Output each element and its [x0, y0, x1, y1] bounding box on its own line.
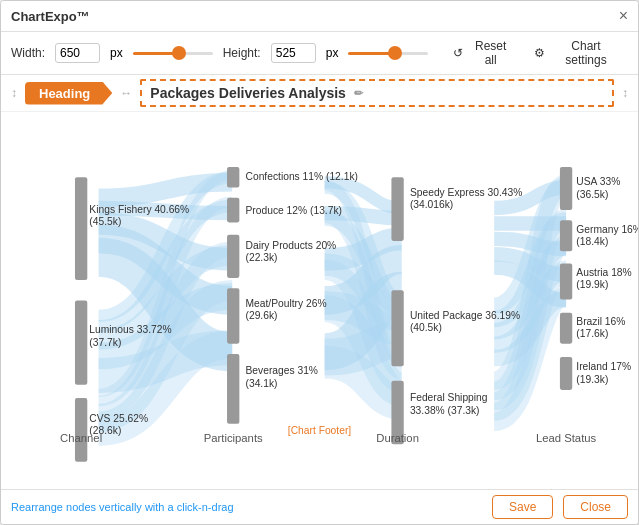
- width-label: Width:: [11, 46, 45, 60]
- node-brazil[interactable]: [560, 313, 572, 344]
- app-title: ChartExpo™: [11, 9, 90, 24]
- svg-text:Dairy Products 20%: Dairy Products 20%: [246, 240, 337, 251]
- svg-text:Channel: Channel: [60, 432, 102, 444]
- width-slider[interactable]: [133, 46, 213, 60]
- svg-text:(40.5k): (40.5k): [410, 322, 442, 333]
- arrows-left: ↕: [11, 86, 17, 100]
- main-window: ChartExpo™ × Width: px Height: px ↺ Rese…: [0, 0, 639, 525]
- svg-text:(34.1k): (34.1k): [246, 378, 278, 389]
- close-icon[interactable]: ×: [619, 7, 628, 25]
- svg-text:(22.3k): (22.3k): [246, 252, 278, 263]
- svg-text:Beverages 31%: Beverages 31%: [246, 365, 318, 376]
- svg-text:Confections 11% (12.1k): Confections 11% (12.1k): [246, 171, 358, 182]
- close-button[interactable]: Close: [563, 495, 628, 519]
- svg-text:Produce 12% (13.7k): Produce 12% (13.7k): [246, 205, 342, 216]
- node-speedy[interactable]: [391, 177, 403, 241]
- heading-area: ↕ Heading ↔ Packages Deliveries Analysis…: [1, 75, 638, 112]
- node-confections[interactable]: [227, 167, 239, 188]
- title-bar: ChartExpo™ ×: [1, 1, 638, 32]
- svg-text:Luminous 33.72%: Luminous 33.72%: [89, 324, 171, 335]
- svg-text:(19.9k): (19.9k): [576, 279, 608, 290]
- svg-text:Lead Status: Lead Status: [536, 432, 597, 444]
- svg-text:(37.7k): (37.7k): [89, 337, 121, 348]
- node-meat[interactable]: [227, 288, 239, 343]
- width-unit: px: [110, 46, 123, 60]
- svg-text:(45.5k): (45.5k): [89, 216, 121, 227]
- node-usa[interactable]: [560, 167, 572, 210]
- svg-text:(36.5k): (36.5k): [576, 189, 608, 200]
- svg-text:Austria 18%: Austria 18%: [576, 267, 631, 278]
- node-cvs[interactable]: [75, 398, 87, 462]
- heading-title: Packages Deliveries Analysis: [150, 85, 346, 101]
- svg-text:Speedy Express 30.43%: Speedy Express 30.43%: [410, 187, 522, 198]
- height-label: Height:: [223, 46, 261, 60]
- arrows-far-right: ↕: [622, 86, 628, 100]
- edit-icon: ✏: [354, 87, 363, 100]
- toolbar: Width: px Height: px ↺ Reset all ⚙ Chart…: [1, 32, 638, 75]
- svg-text:USA 33%: USA 33%: [576, 176, 620, 187]
- node-kings-fishery[interactable]: [75, 177, 87, 280]
- svg-text:(19.3k): (19.3k): [576, 374, 608, 385]
- svg-text:Kings Fishery 40.66%: Kings Fishery 40.66%: [89, 204, 189, 215]
- node-ireland[interactable]: [560, 357, 572, 390]
- reset-icon: ↺: [453, 46, 463, 60]
- node-germany[interactable]: [560, 220, 572, 251]
- svg-text:United Package 36.19%: United Package 36.19%: [410, 310, 520, 321]
- node-beverages[interactable]: [227, 354, 239, 424]
- chart-settings-button[interactable]: ⚙ Chart settings: [529, 37, 628, 69]
- svg-text:(29.6k): (29.6k): [246, 310, 278, 321]
- svg-text:Brazil 16%: Brazil 16%: [576, 316, 625, 327]
- svg-text:Federal Shipping: Federal Shipping: [410, 392, 488, 403]
- svg-text:Duration: Duration: [376, 432, 419, 444]
- svg-text:Participants: Participants: [204, 432, 263, 444]
- svg-text:33.38% (37.3k): 33.38% (37.3k): [410, 405, 480, 416]
- chart-area: Kings Fishery 40.66% (45.5k) Luminous 33…: [1, 112, 638, 489]
- svg-text:(34.016k): (34.016k): [410, 199, 453, 210]
- node-united[interactable]: [391, 290, 403, 366]
- node-produce[interactable]: [227, 198, 239, 223]
- node-dairy[interactable]: [227, 235, 239, 278]
- svg-text:Ireland 17%: Ireland 17%: [576, 361, 631, 372]
- reset-all-button[interactable]: ↺ Reset all: [448, 37, 519, 69]
- height-slider[interactable]: [348, 46, 428, 60]
- svg-text:Meat/Poultry 26%: Meat/Poultry 26%: [246, 298, 327, 309]
- svg-text:[Chart Footer]: [Chart Footer]: [288, 425, 351, 436]
- svg-text:Germany 16%: Germany 16%: [576, 224, 638, 235]
- arrows-right: ↔: [120, 86, 132, 100]
- width-input[interactable]: [55, 43, 100, 63]
- height-unit: px: [326, 46, 339, 60]
- node-austria[interactable]: [560, 264, 572, 300]
- svg-text:CVS 25.62%: CVS 25.62%: [89, 413, 148, 424]
- svg-text:(17.6k): (17.6k): [576, 328, 608, 339]
- svg-text:(18.4k): (18.4k): [576, 236, 608, 247]
- save-button[interactable]: Save: [492, 495, 553, 519]
- node-luminous[interactable]: [75, 301, 87, 385]
- heading-title-box[interactable]: Packages Deliveries Analysis ✏: [140, 79, 614, 107]
- heading-badge: Heading: [25, 82, 112, 105]
- settings-icon: ⚙: [534, 46, 545, 60]
- height-input[interactable]: [271, 43, 316, 63]
- help-text: Rearrange nodes vertically with a click-…: [11, 501, 482, 513]
- footer-bar: Rearrange nodes vertically with a click-…: [1, 489, 638, 524]
